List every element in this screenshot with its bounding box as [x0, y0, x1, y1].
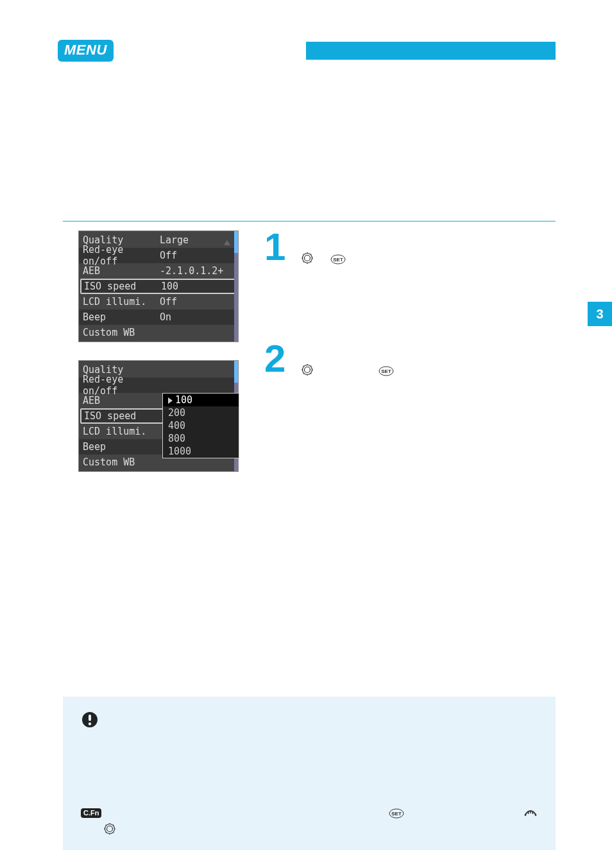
- svg-line-41: [113, 832, 114, 833]
- selected-arrow-icon: [168, 397, 173, 404]
- set-button-icon: SET: [330, 252, 346, 263]
- svg-point-35: [107, 826, 113, 832]
- set-button-icon: SET: [378, 364, 394, 374]
- svg-point-1: [305, 255, 310, 261]
- quick-control-dial-icon: [302, 252, 313, 263]
- svg-line-30: [529, 812, 529, 814]
- step-number: 2: [264, 340, 295, 378]
- menu-item-label: LCD illumi.: [83, 426, 160, 437]
- menu-badge: MENU: [58, 40, 114, 62]
- iso-option: 1000: [163, 445, 239, 458]
- svg-line-9: [310, 254, 311, 255]
- iso-option: 800: [163, 432, 239, 445]
- menu-item-value: Off: [160, 250, 234, 261]
- iso-option-label: 1000: [168, 446, 191, 457]
- lcd-screenshot-2: Quality Red-eye on/off AEB ISO speed LCD…: [78, 360, 239, 472]
- menu-item-label: ISO speed: [84, 281, 161, 292]
- svg-text:SET: SET: [391, 811, 402, 817]
- svg-line-18: [303, 366, 304, 367]
- svg-rect-25: [89, 715, 91, 721]
- quick-control-dial-icon: [104, 823, 115, 835]
- caution-icon: [81, 711, 99, 729]
- svg-line-40: [106, 825, 106, 826]
- menu-item-label: AEB: [83, 395, 160, 406]
- menu-item-value: Off: [160, 296, 234, 308]
- title-bar: [306, 42, 556, 60]
- svg-line-20: [303, 373, 304, 374]
- menu-item-value: Large: [160, 234, 224, 246]
- menu-item-label: Beep: [83, 311, 160, 323]
- note-box: C.Fn SET: [63, 697, 556, 850]
- svg-line-21: [310, 366, 311, 367]
- menu-item-value: 100: [161, 281, 233, 292]
- svg-line-29: [525, 814, 526, 816]
- iso-option: 100: [163, 394, 239, 406]
- step-body: SET: [302, 230, 556, 265]
- svg-point-13: [305, 367, 310, 372]
- svg-line-42: [106, 832, 106, 833]
- cfn-badge: C.Fn: [81, 808, 101, 818]
- section-divider: [63, 221, 556, 221]
- menu-item-label: Custom WB: [83, 327, 160, 338]
- quality-tab-icon: [224, 240, 230, 245]
- step-number: 1: [264, 228, 295, 266]
- iso-submenu: 100 200 400 800 1000: [162, 393, 239, 458]
- svg-line-6: [303, 254, 304, 255]
- iso-option-label: 400: [168, 420, 185, 431]
- menu-item-label: Custom WB: [83, 456, 160, 468]
- lcd-screenshot-1: QualityLarge Red-eye on/offOff AEB-2.1.0…: [78, 230, 239, 342]
- iso-option-label: 200: [168, 407, 185, 419]
- menu-item-label: AEB: [83, 265, 160, 277]
- set-button-icon: SET: [389, 808, 404, 819]
- iso-option-label: 800: [168, 433, 185, 444]
- menu-item-label: LCD illumi.: [83, 296, 160, 308]
- svg-point-26: [89, 722, 91, 725]
- menu-item-value: On: [160, 311, 234, 323]
- svg-line-33: [535, 814, 536, 816]
- main-dial-icon: [523, 808, 538, 818]
- menu-item-label: Red-eye on/off: [83, 374, 160, 397]
- svg-text:SET: SET: [333, 257, 343, 263]
- svg-line-19: [310, 373, 311, 374]
- iso-option-label: 100: [175, 394, 192, 406]
- svg-line-32: [532, 812, 533, 814]
- step-body: SET: [302, 342, 556, 377]
- svg-line-8: [303, 261, 304, 262]
- menu-scrollbar: [234, 231, 238, 342]
- iso-option: 200: [163, 406, 239, 419]
- menu-item-label: Red-eye on/off: [83, 244, 160, 267]
- svg-line-43: [113, 825, 114, 826]
- iso-option: 400: [163, 419, 239, 432]
- quick-control-dial-icon: [302, 363, 313, 375]
- menu-item-value: -2.1.0.1.2+: [160, 265, 234, 277]
- chapter-tab: 3: [588, 302, 612, 326]
- svg-text:SET: SET: [381, 369, 391, 374]
- menu-item-label: Beep: [83, 441, 160, 453]
- svg-line-7: [310, 261, 311, 262]
- menu-item-label: ISO speed: [84, 410, 161, 422]
